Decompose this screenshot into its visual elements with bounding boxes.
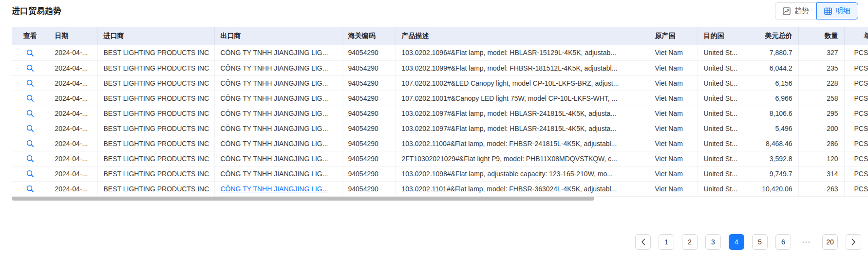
cell-description: 103.0202.1097#&Flat lamp, model: HBLASR-… [396, 121, 649, 136]
view-detail-icon[interactable] [26, 140, 34, 148]
cell-destination: United St... [698, 60, 748, 75]
cell-date: 2024-04-... [49, 45, 97, 60]
cell-origin: Viet Nam [649, 181, 698, 196]
cell-view [12, 166, 49, 181]
cell-quantity: 327 [798, 45, 844, 60]
table-icon [824, 7, 832, 15]
cell-description: 107.0202.1002#&LED Canopy light, model C… [396, 75, 649, 91]
cell-unit: PCS [844, 121, 868, 136]
cell-exporter: CÔNG TY TNHH JIANGJING LIG... [214, 75, 342, 91]
page-button-5[interactable]: 5 [752, 234, 768, 250]
cell-exporter-link[interactable]: CÔNG TY TNHH JIANGJING LIG... [214, 181, 342, 196]
cell-quantity: 314 [798, 166, 844, 181]
horizontal-scrollbar-thumb[interactable] [12, 197, 594, 201]
cell-view [12, 75, 49, 91]
view-detail-icon[interactable] [26, 185, 34, 193]
cell-exporter: CÔNG TY TNHH JIANGJING LIG... [214, 91, 342, 106]
table-row: 2024-04-... BEST LIGHTING PRODUCTS INC C… [12, 181, 868, 196]
cell-destination: United St... [698, 166, 748, 181]
cell-importer: BEST LIGHTING PRODUCTS INC [97, 60, 214, 75]
cell-description: 2FT10302021029#&Flat light P9, model: PH… [396, 151, 649, 166]
col-header-quantity: 数量 [798, 27, 844, 45]
cell-importer: BEST LIGHTING PRODUCTS INC [97, 121, 214, 136]
cell-origin: Viet Nam [649, 121, 698, 136]
cell-date: 2024-04-... [49, 106, 97, 121]
cell-hs-code: 94054290 [342, 106, 396, 121]
table-row: 2024-04-... BEST LIGHTING PRODUCTS INC C… [12, 106, 868, 121]
cell-view [12, 136, 49, 151]
col-header-destination: 目的国 [698, 27, 748, 45]
view-detail-icon[interactable] [26, 170, 34, 178]
cell-exporter: CÔNG TY TNHH JIANGJING LIG... [214, 106, 342, 121]
cell-date: 2024-04-... [49, 136, 97, 151]
cell-description: 103.0202.1096#&Flat lamp, model: HBLASR-… [396, 45, 649, 60]
page-button-3[interactable]: 3 [705, 234, 721, 250]
cell-date: 2024-04-... [49, 121, 97, 136]
view-detail-icon[interactable] [26, 110, 34, 117]
cell-destination: United St... [698, 151, 748, 166]
cell-destination: United St... [698, 45, 748, 60]
cell-importer: BEST LIGHTING PRODUCTS INC [97, 166, 214, 181]
table-row: 2024-04-... BEST LIGHTING PRODUCTS INC C… [12, 151, 868, 166]
cell-view [12, 45, 49, 60]
cell-origin: Viet Nam [649, 151, 698, 166]
cell-importer: BEST LIGHTING PRODUCTS INC [97, 75, 214, 91]
page-button-1[interactable]: 1 [659, 234, 674, 250]
cell-usd-total: 5,496 [748, 121, 798, 136]
col-header-view: 查看 [12, 27, 49, 45]
view-detail-icon[interactable] [26, 94, 34, 102]
cell-origin: Viet Nam [649, 136, 698, 151]
cell-destination: United St... [698, 106, 748, 121]
cell-exporter: CÔNG TY TNHH JIANGJING LIG... [214, 151, 342, 166]
cell-quantity: 295 [798, 106, 844, 121]
cell-hs-code: 94054290 [342, 75, 396, 91]
page-button-6[interactable]: 6 [775, 234, 791, 250]
cell-exporter: CÔNG TY TNHH JIANGJING LIG... [214, 136, 342, 151]
table-row: 2024-04-... BEST LIGHTING PRODUCTS INC C… [12, 75, 868, 91]
detail-view-button[interactable]: 明细 [816, 2, 858, 19]
view-detail-icon[interactable] [26, 79, 34, 87]
cell-view [12, 181, 49, 196]
cell-destination: United St... [698, 136, 748, 151]
cell-unit: PCS [844, 136, 868, 151]
cell-usd-total: 10,420.06 [748, 181, 798, 196]
cell-exporter: CÔNG TY TNHH JIANGJING LIG... [214, 166, 342, 181]
cell-origin: Viet Nam [649, 166, 698, 181]
view-detail-icon[interactable] [26, 125, 34, 132]
cell-view [12, 121, 49, 136]
view-toggle-group: 趋势 明细 [775, 2, 858, 19]
trend-view-button[interactable]: 趋势 [775, 2, 816, 19]
col-header-usd-total: 美元总价 [748, 27, 798, 45]
cell-unit: PCS [844, 45, 868, 60]
view-detail-icon[interactable] [26, 64, 34, 72]
cell-hs-code: 94054290 [342, 121, 396, 136]
cell-view [12, 91, 49, 106]
cell-usd-total: 8,106.6 [748, 106, 798, 121]
prev-page-button[interactable] [635, 234, 651, 250]
pagination: 1 2 3 4 5 6 ••• 20 [635, 234, 861, 250]
cell-origin: Viet Nam [649, 45, 698, 60]
cell-quantity: 120 [798, 151, 844, 166]
pages-ellipsis[interactable]: ••• [799, 239, 814, 245]
view-detail-icon[interactable] [26, 49, 34, 57]
next-page-button[interactable] [846, 234, 861, 250]
cell-quantity: 235 [798, 60, 844, 75]
cell-quantity: 228 [798, 75, 844, 91]
cell-view [12, 106, 49, 121]
trend-view-label: 趋势 [794, 6, 809, 16]
cell-unit: PCS [844, 75, 868, 91]
page-button-4-active[interactable]: 4 [729, 234, 744, 250]
cell-usd-total: 6,156 [748, 75, 798, 91]
cell-quantity: 200 [798, 121, 844, 136]
table-header-row: 查看 日期 进口商 出口商 海关编码 产品描述 原产国 目的国 美元总价 数量 … [12, 27, 868, 45]
page-title: 进口贸易趋势 [12, 5, 61, 17]
page-button-2[interactable]: 2 [682, 234, 698, 250]
page-button-20[interactable]: 20 [822, 234, 838, 250]
cell-hs-code: 94054290 [342, 91, 396, 106]
cell-importer: BEST LIGHTING PRODUCTS INC [97, 181, 214, 196]
cell-quantity: 286 [798, 136, 844, 151]
view-detail-icon[interactable] [26, 155, 34, 163]
cell-hs-code: 94054290 [342, 45, 396, 60]
cell-view [12, 60, 49, 75]
cell-unit: PCS [844, 106, 868, 121]
